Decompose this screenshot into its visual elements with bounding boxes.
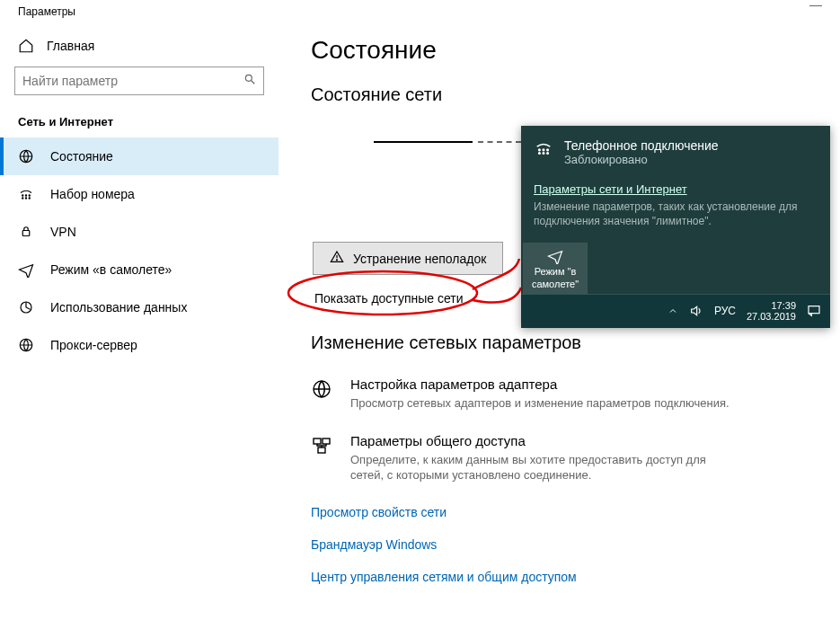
network-flyout: Телефонное подключение Заблокировано Пар… [521, 126, 830, 328]
view-network-properties-link[interactable]: Просмотр свойств сети [311, 505, 840, 519]
svg-point-0 [245, 75, 252, 81]
flyout-connection-title: Телефонное подключение [564, 138, 719, 153]
svg-rect-18 [318, 447, 325, 453]
adapter-settings-desc: Просмотр сетевых адаптеров и изменение п… [350, 395, 729, 412]
volume-icon[interactable] [689, 304, 703, 318]
sidebar-item-label: Состояние [50, 149, 113, 164]
airplane-icon [18, 261, 34, 278]
svg-point-23 [543, 153, 544, 155]
network-status-heading: Состояние сети [311, 84, 840, 105]
svg-point-22 [539, 153, 541, 155]
adapter-settings-title: Настройка параметров адаптера [350, 377, 729, 392]
dialup-icon [534, 138, 553, 166]
sidebar: Главная Сеть и Интернет Состояние Набор … [0, 0, 279, 638]
troubleshoot-button[interactable]: Устранение неполадок [313, 242, 503, 275]
flyout-connection-status: Заблокировано [564, 153, 719, 166]
nav-home-label: Главная [47, 39, 94, 53]
action-center-icon[interactable] [807, 304, 821, 318]
sharing-settings-item[interactable]: Параметры общего доступа Определите, к к… [311, 433, 742, 483]
sidebar-item-label: Набор номера [50, 187, 135, 201]
globe-icon [311, 377, 336, 412]
sidebar-item-status[interactable]: Состояние [0, 137, 279, 175]
svg-rect-17 [323, 439, 330, 444]
sidebar-item-data-usage[interactable]: Использование данных [0, 288, 279, 326]
svg-point-4 [25, 195, 26, 196]
language-indicator[interactable]: РУС [714, 305, 736, 317]
svg-point-13 [336, 260, 337, 261]
sidebar-item-label: Прокси-сервер [50, 338, 137, 352]
flyout-airplane-label: Режим "в самолете" [532, 266, 579, 288]
tray-chevron-icon[interactable] [668, 306, 678, 316]
sidebar-section-title: Сеть и Интернет [0, 115, 279, 137]
sidebar-item-label: VPN [50, 225, 76, 239]
status-icon [18, 148, 34, 164]
clock[interactable]: 17:39 27.03.2019 [747, 300, 796, 323]
nav-home[interactable]: Главная [0, 29, 279, 66]
windows-firewall-link[interactable]: Брандмауэр Windows [311, 537, 840, 552]
svg-point-19 [539, 149, 541, 151]
home-icon [18, 38, 34, 54]
search-icon [243, 73, 256, 89]
taskbar: РУС 17:39 27.03.2019 [521, 294, 830, 328]
window-title: Параметры [18, 5, 75, 18]
clock-time: 17:39 [747, 300, 796, 312]
search-input[interactable] [22, 74, 243, 88]
svg-point-7 [25, 198, 26, 199]
flyout-network-settings-desc: Изменение параметров, таких как установл… [534, 199, 818, 228]
svg-line-1 [252, 81, 255, 84]
clock-date: 27.03.2019 [747, 311, 796, 323]
change-network-heading: Изменение сетевых параметров [311, 332, 840, 353]
proxy-icon [18, 337, 34, 353]
svg-point-6 [22, 198, 23, 199]
warning-icon [330, 250, 344, 267]
flyout-network-settings-link[interactable]: Параметры сети и Интернет [534, 182, 818, 196]
svg-rect-9 [22, 231, 30, 236]
sidebar-item-label: Использование данных [50, 300, 187, 315]
svg-point-21 [547, 149, 549, 151]
page-title: Состояние [311, 36, 840, 65]
sidebar-item-proxy[interactable]: Прокси-сервер [0, 326, 279, 364]
sharing-center-link[interactable]: Центр управления сетями и общим доступом [311, 570, 840, 584]
sidebar-item-airplane[interactable]: Режим «в самолете» [0, 251, 279, 288]
flyout-airplane-tile[interactable]: Режим "в самолете" [523, 243, 588, 293]
svg-rect-16 [314, 439, 321, 444]
svg-rect-25 [809, 306, 819, 314]
svg-point-24 [547, 153, 549, 155]
svg-point-8 [29, 198, 30, 199]
minimize-button[interactable] [809, 5, 822, 7]
vpn-icon [18, 224, 34, 240]
sidebar-item-label: Режим «в самолете» [50, 262, 172, 277]
dialup-icon [18, 186, 34, 202]
svg-point-20 [543, 149, 544, 151]
sharing-settings-desc: Определите, к каким данным вы хотите пре… [350, 452, 742, 483]
search-input-wrap[interactable] [14, 66, 264, 95]
svg-point-3 [22, 195, 23, 196]
troubleshoot-label: Устранение неполадок [353, 252, 486, 266]
svg-point-5 [29, 195, 30, 196]
sidebar-item-dialup[interactable]: Набор номера [0, 175, 279, 213]
sharing-settings-title: Параметры общего доступа [350, 433, 742, 448]
sidebar-item-vpn[interactable]: VPN [0, 213, 279, 251]
sharing-icon [311, 433, 336, 483]
adapter-settings-item[interactable]: Настройка параметров адаптера Просмотр с… [311, 377, 742, 412]
data-usage-icon [18, 299, 34, 315]
flyout-connection-row[interactable]: Телефонное подключение Заблокировано [521, 126, 830, 175]
show-available-networks-link[interactable]: Показать доступные сети [311, 288, 467, 309]
